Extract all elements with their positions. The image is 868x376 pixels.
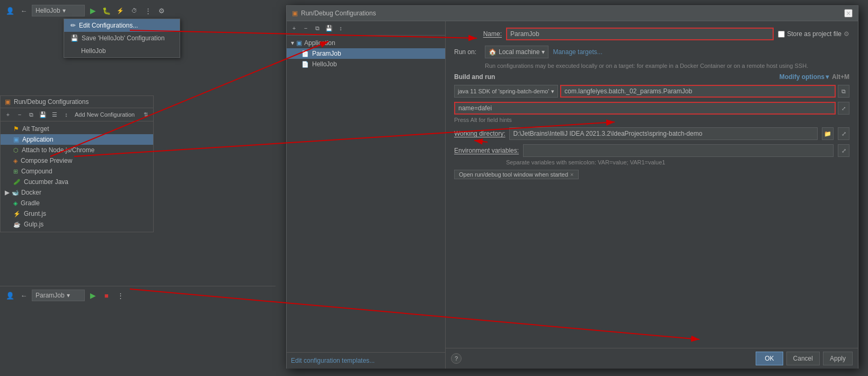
ok-btn[interactable]: OK — [756, 352, 783, 365]
copy-btn[interactable]: ⧉ — [26, 109, 37, 120]
save-configuration-item[interactable]: 💾 Save 'HelloJob' Configuration — [64, 32, 180, 45]
dialog-tree-section-app[interactable]: ▾ ▣ Application — [287, 38, 445, 48]
working-dir-folder-btn[interactable]: 📁 — [822, 127, 834, 140]
dialog-titlebar: ▣ Run/Debug Configurations × — [287, 6, 858, 21]
dlg-remove-btn[interactable]: − — [300, 23, 311, 33]
help-btn[interactable]: ? — [451, 353, 462, 364]
bottom-back-btn[interactable]: ← — [18, 290, 30, 301]
compound-icon: ⊞ — [13, 168, 18, 175]
chevron-icon: ▾ — [542, 48, 545, 56]
panel-titlebar: ▣ Run/Debug Configurations — [1, 96, 153, 108]
edit-icon: ✏ — [70, 22, 76, 29]
tree-item-compose[interactable]: ◈ Compose Preview — [1, 155, 153, 166]
dialog-left-toolbar: + − ⧉ 💾 ↕ — [287, 21, 445, 36]
save-btn[interactable]: 💾 — [38, 109, 48, 120]
move-btn[interactable]: ☰ — [49, 109, 60, 120]
cucumber-icon: 🥒 — [13, 179, 21, 186]
panel-title: Run/Debug Configurations — [14, 98, 88, 106]
tree-item-docker[interactable]: ▶ 🐋 Docker — [1, 187, 153, 198]
sdk-dropdown[interactable]: java 11 SDK of 'spring-batch-demo' ▾ — [454, 85, 558, 98]
grunt-icon: ⚡ — [13, 211, 21, 217]
pill-close-btn[interactable]: × — [570, 171, 573, 178]
hellojob-item[interactable]: HelloJob — [64, 45, 180, 57]
idea-icon: ▣ — [5, 98, 11, 106]
dialog-tree-item-hellojob[interactable]: 📄 HelloJob — [287, 59, 445, 69]
tree-item-gradle[interactable]: ◈ Gradle — [1, 198, 153, 208]
tree-item-nodejs[interactable]: ⬡ Attach to Node.js/Chrome — [1, 145, 153, 155]
apply-btn[interactable]: Apply — [823, 352, 853, 365]
dialog-close-btn[interactable]: × — [844, 9, 853, 18]
tree-item-alt-target[interactable]: ⚑ Alt Target — [1, 124, 153, 134]
expand-btn[interactable]: ⇅ — [140, 109, 151, 120]
dlg-save-btn[interactable]: 💾 — [324, 23, 334, 33]
tree-item-label: Attach to Node.js/Chrome — [22, 146, 94, 154]
bottom-config-selector[interactable]: ParamJob ▾ — [32, 290, 85, 301]
working-dir-expand-btn[interactable]: ⤢ — [838, 127, 849, 140]
dlg-sort-btn[interactable]: ↕ — [335, 23, 346, 33]
bottom-config-name: ParamJob — [36, 292, 65, 299]
bottom-more-btn[interactable]: ⋮ — [114, 290, 126, 301]
dialog-left-footer: Edit configuration templates... — [287, 352, 445, 369]
tree-item-gruntjs[interactable]: ⚡ Grunt.js — [1, 208, 153, 219]
main-class-input[interactable] — [560, 85, 836, 98]
section-app-label: Application — [304, 39, 335, 47]
store-checkbox[interactable] — [778, 31, 785, 38]
cancel-btn[interactable]: Cancel — [786, 352, 820, 365]
bottom-stop-btn[interactable]: ■ — [101, 290, 112, 301]
tree-item-application[interactable]: ▣ Application — [1, 134, 153, 145]
settings-btn[interactable]: ⚙ — [156, 5, 167, 16]
pill-label: Open run/debug tool window when started — [459, 171, 568, 178]
section-app-icon: ▣ — [296, 39, 302, 47]
bottom-user-btn[interactable]: 👤 — [4, 290, 16, 301]
tree-item-cucumber[interactable]: 🥒 Cucumber Java — [1, 177, 153, 187]
dialog-footer: ? OK Cancel Apply — [446, 348, 858, 369]
save-icon: 💾 — [70, 34, 78, 42]
tree-item-compound[interactable]: ⊞ Compound — [1, 166, 153, 177]
tree-item-label: Gradle — [21, 199, 40, 207]
working-dir-input[interactable] — [509, 127, 818, 140]
dlg-copy-btn[interactable]: ⧉ — [312, 23, 323, 33]
dialog-idea-icon: ▣ — [292, 10, 298, 17]
tree-item-gulpjs[interactable]: ☕ Gulp.js — [1, 219, 153, 230]
more-btn[interactable]: ⋮ — [142, 5, 154, 16]
tree-item-label: Compound — [21, 168, 52, 175]
back-btn[interactable]: ← — [18, 5, 30, 16]
modify-shortcut: Alt+M — [832, 73, 849, 81]
coverage-btn[interactable]: ⚡ — [114, 5, 126, 16]
config-selector[interactable]: HelloJob ▾ — [32, 5, 85, 16]
edit-configurations-item[interactable]: ✏ Edit Configurations... — [64, 19, 180, 32]
debug-btn[interactable]: 🐛 — [101, 5, 112, 16]
config-name: HelloJob — [36, 7, 60, 14]
bottom-toolbar: 👤 ← ParamJob ▾ ▶ ■ ⋮ — [0, 286, 276, 304]
run-on-dropdown[interactable]: 🏠 Local machine ▾ — [485, 46, 548, 58]
modify-options-label: Modify options — [780, 73, 825, 81]
tree-item-label: Gulp.js — [24, 221, 43, 228]
modify-options-btn[interactable]: Modify options ▾ Alt+M — [780, 73, 849, 81]
dialog-tree-item-paramjob[interactable]: 📄 ParamJob — [287, 48, 445, 59]
name-label: Name: — [454, 30, 502, 38]
remove-btn[interactable]: − — [14, 109, 25, 120]
env-vars-label: Environment variables: — [454, 147, 519, 154]
profile-btn[interactable]: ⏱ — [128, 5, 140, 16]
env-vars-input[interactable] — [523, 144, 834, 157]
dlg-add-btn[interactable]: + — [289, 23, 299, 33]
run-on-value: Local machine — [499, 48, 539, 56]
expand-args-btn[interactable]: ⤢ — [838, 102, 849, 115]
bottom-run-btn[interactable]: ▶ — [87, 290, 99, 301]
edit-templates-link[interactable]: Edit configuration templates... — [291, 357, 375, 364]
dialog-right-panel: Name: Store as project file ⚙ Run on: 🏠 … — [446, 21, 858, 369]
sort-btn[interactable]: ↕ — [61, 109, 72, 120]
dialog-title-area: ▣ Run/Debug Configurations — [292, 10, 376, 17]
program-args-input[interactable] — [454, 102, 836, 115]
tree-item-label: Alt Target — [22, 125, 49, 133]
run-btn[interactable]: ▶ — [87, 5, 99, 16]
store-label: Store as project file — [787, 30, 842, 38]
manage-targets-link[interactable]: Manage targets... — [553, 48, 602, 56]
env-vars-hint: Separate variables with semicolon: VAR=v… — [506, 159, 849, 165]
copy-class-btn[interactable]: ⧉ — [838, 85, 849, 98]
hellojob-label: HelloJob — [312, 60, 337, 68]
user-icon-btn[interactable]: 👤 — [4, 5, 16, 16]
add-btn[interactable]: + — [3, 109, 13, 120]
name-input[interactable] — [506, 28, 774, 40]
env-vars-expand-btn[interactable]: ⤢ — [838, 144, 849, 157]
